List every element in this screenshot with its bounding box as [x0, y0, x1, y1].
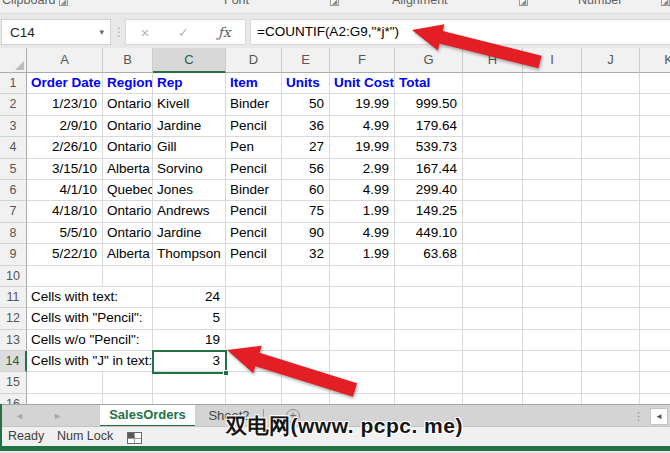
cell-F6[interactable]: 4.99	[330, 180, 395, 201]
cell-A11[interactable]: Cells with text:	[27, 287, 153, 308]
column-header-C[interactable]: C	[153, 48, 226, 73]
row-header-7[interactable]: 7	[0, 201, 27, 222]
cell-E4[interactable]: 27	[282, 137, 330, 158]
formula-input[interactable]: =COUNTIF(A2:G9,"*j*")	[250, 19, 670, 45]
cell-F2[interactable]: 19.99	[330, 94, 395, 115]
cell-J12[interactable]	[582, 308, 640, 329]
cell-G3[interactable]: 179.64	[395, 116, 463, 137]
row-header-2[interactable]: 2	[0, 94, 27, 115]
cell-H14[interactable]	[463, 351, 523, 372]
cancel-icon[interactable]: ×	[140, 24, 149, 41]
row-header-15[interactable]: 15	[0, 372, 27, 393]
select-all-corner[interactable]	[0, 48, 27, 73]
cell-B4[interactable]: Ontario	[103, 137, 153, 158]
column-header-G[interactable]: G	[395, 48, 463, 73]
cell-B10[interactable]	[103, 266, 153, 287]
fill-handle[interactable]	[223, 370, 229, 376]
name-box-dropdown-icon[interactable]: ▾	[99, 20, 104, 45]
column-header-E[interactable]: E	[282, 48, 330, 73]
column-header-A[interactable]: A	[27, 48, 103, 73]
cell-F11[interactable]	[330, 287, 395, 308]
cell-J5[interactable]	[582, 159, 640, 180]
cell-A4[interactable]: 2/26/10	[27, 137, 103, 158]
row-header-3[interactable]: 3	[0, 116, 27, 137]
cell-G12[interactable]	[395, 308, 463, 329]
cell-G15[interactable]	[395, 372, 463, 393]
cell-F5[interactable]: 2.99	[330, 159, 395, 180]
cell-F8[interactable]: 4.99	[330, 223, 395, 244]
cell-I9[interactable]	[523, 244, 582, 265]
cell-I12[interactable]	[523, 308, 582, 329]
cell-C2[interactable]: Kivell	[153, 94, 226, 115]
cell-C5[interactable]: Sorvino	[153, 159, 226, 180]
cell-B6[interactable]: Quebec	[103, 180, 153, 201]
cell-G13[interactable]	[395, 330, 463, 351]
cell-E3[interactable]: 36	[282, 116, 330, 137]
cell-K9[interactable]	[640, 244, 670, 265]
cell-D3[interactable]: Pencil	[226, 116, 282, 137]
name-box[interactable]: C14 ▾	[1, 19, 111, 45]
cell-K2[interactable]	[640, 94, 670, 115]
cell-J14[interactable]	[582, 351, 640, 372]
cell-G9[interactable]: 63.68	[395, 244, 463, 265]
cell-H16[interactable]	[463, 394, 523, 404]
cell-C4[interactable]: Gill	[153, 137, 226, 158]
cell-D7[interactable]: Pencil	[226, 201, 282, 222]
cell-F3[interactable]: 4.99	[330, 116, 395, 137]
row-header-16[interactable]: 16	[0, 394, 27, 404]
cell-I13[interactable]	[523, 330, 582, 351]
cell-C6[interactable]: Jones	[153, 180, 226, 201]
cell-G7[interactable]: 149.25	[395, 201, 463, 222]
cell-J11[interactable]	[582, 287, 640, 308]
cell-A15[interactable]	[27, 372, 103, 393]
cell-G2[interactable]: 999.50	[395, 94, 463, 115]
cell-F13[interactable]	[330, 330, 395, 351]
sheet-nav-left-icon[interactable]: ◄	[15, 405, 24, 427]
cell-D15[interactable]	[226, 372, 282, 393]
insert-function-icon[interactable]: ƒx	[218, 24, 231, 40]
cell-D11[interactable]	[226, 287, 282, 308]
row-header-5[interactable]: 5	[0, 159, 27, 180]
cell-B15[interactable]	[103, 372, 153, 393]
cell-I4[interactable]	[523, 137, 582, 158]
cell-A5[interactable]: 3/15/10	[27, 159, 103, 180]
cell-I8[interactable]	[523, 223, 582, 244]
cell-A12[interactable]: Cells with "Pencil":	[27, 308, 153, 329]
cell-B7[interactable]: Ontario	[103, 201, 153, 222]
cell-K13[interactable]	[640, 330, 670, 351]
enter-icon[interactable]: ✓	[178, 25, 189, 40]
cell-J4[interactable]	[582, 137, 640, 158]
cell-J10[interactable]	[582, 266, 640, 287]
cell-C8[interactable]: Jardine	[153, 223, 226, 244]
cell-E8[interactable]: 90	[282, 223, 330, 244]
scroll-left-button[interactable]: ◄	[650, 408, 668, 425]
cell-G4[interactable]: 539.73	[395, 137, 463, 158]
cell-I1[interactable]	[523, 73, 582, 94]
cell-K6[interactable]	[640, 180, 670, 201]
cell-E1[interactable]: Units	[282, 73, 330, 94]
cell-J9[interactable]	[582, 244, 640, 265]
cell-B2[interactable]: Ontario	[103, 94, 153, 115]
column-header-F[interactable]: F	[330, 48, 395, 73]
cell-E7[interactable]: 75	[282, 201, 330, 222]
cell-D14[interactable]	[226, 351, 282, 372]
cell-D8[interactable]: Pencil	[226, 223, 282, 244]
cell-E10[interactable]	[282, 266, 330, 287]
cell-B16[interactable]	[103, 394, 153, 404]
cell-K15[interactable]	[640, 372, 670, 393]
cell-B1[interactable]: Region	[103, 73, 153, 94]
cell-G6[interactable]: 299.40	[395, 180, 463, 201]
row-header-8[interactable]: 8	[0, 223, 27, 244]
cell-A10[interactable]	[27, 266, 103, 287]
cell-E6[interactable]: 60	[282, 180, 330, 201]
cell-F10[interactable]	[330, 266, 395, 287]
cell-K12[interactable]	[640, 308, 670, 329]
cell-I10[interactable]	[523, 266, 582, 287]
cell-F15[interactable]	[330, 372, 395, 393]
cell-B5[interactable]: Alberta	[103, 159, 153, 180]
cell-I16[interactable]	[523, 394, 582, 404]
cell-B3[interactable]: Ontario	[103, 116, 153, 137]
row-header-4[interactable]: 4	[0, 137, 27, 158]
cell-K7[interactable]	[640, 201, 670, 222]
cell-D6[interactable]: Binder	[226, 180, 282, 201]
